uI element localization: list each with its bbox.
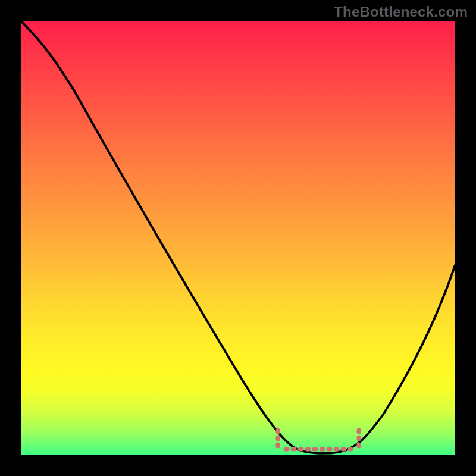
chart-frame: TheBottleneck.com <box>0 0 476 476</box>
watermark-text: TheBottleneck.com <box>334 4 468 20</box>
curve-layer <box>21 21 455 455</box>
bottleneck-curve <box>21 21 455 453</box>
optimal-zone-markers <box>278 430 359 449</box>
plot-area <box>21 21 455 455</box>
